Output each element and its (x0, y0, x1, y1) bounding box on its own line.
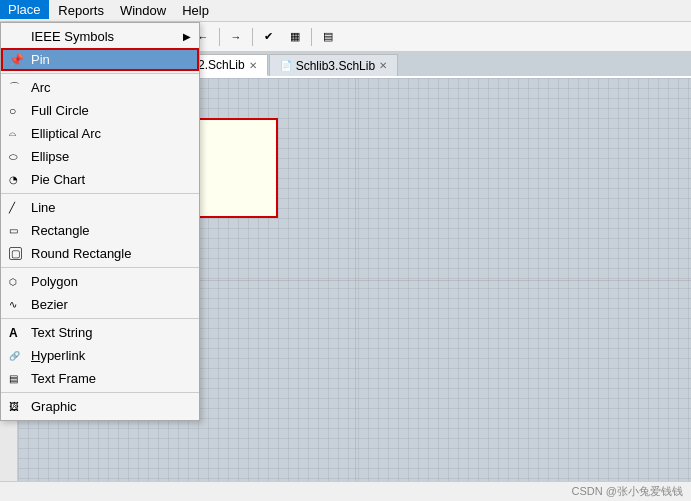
menu-separator-4 (1, 318, 199, 319)
menu-item-graphic[interactable]: 🖼 Graphic (1, 395, 199, 418)
statusbar: CSDN @张小兔爱钱钱 (0, 481, 691, 501)
menu-item-ieee[interactable]: IEEE Symbols ▶ (1, 25, 199, 48)
elliptical-arc-icon: ⌓ (9, 128, 16, 139)
menu-separator-1 (1, 73, 199, 74)
menu-item-text-string[interactable]: A Text String (1, 321, 199, 344)
round-rectangle-icon: ▢ (9, 247, 22, 260)
toolbar-sep-4 (219, 28, 220, 46)
arc-icon: ⌒ (9, 80, 20, 95)
text-frame-icon: ▤ (9, 373, 18, 384)
center-line-v (355, 78, 356, 481)
text-string-icon: A (9, 326, 18, 340)
toolbar-right-btn[interactable]: → (224, 26, 248, 48)
ellipse-icon: ⬭ (9, 151, 18, 163)
menu-item-ellipse[interactable]: ⬭ Ellipse (1, 145, 199, 168)
tab-schlib2-close[interactable]: ✕ (249, 60, 257, 71)
pie-chart-icon: ◔ (9, 174, 18, 185)
line-icon: ╱ (9, 202, 15, 213)
menubar-place[interactable]: Place (0, 0, 49, 19)
tab-schlib3-close[interactable]: ✕ (379, 60, 387, 71)
tab-schlib3[interactable]: 📄 Schlib3.SchLib ✕ (269, 54, 398, 76)
menu-item-round-rectangle[interactable]: ▢ Round Rectangle (1, 242, 199, 265)
pin-icon: 📌 (9, 53, 24, 67)
menu-item-hyperlink[interactable]: 🔗 Hyperlink (1, 344, 199, 367)
toolbar-layout-btn[interactable]: ▤ (316, 26, 340, 48)
toolbar-grid-btn[interactable]: ▦ (283, 26, 307, 48)
bezier-icon: ∿ (9, 299, 17, 310)
menu-separator-5 (1, 392, 199, 393)
graphic-icon: 🖼 (9, 401, 19, 412)
full-circle-icon: ○ (9, 104, 16, 118)
toolbar-sep-5 (252, 28, 253, 46)
menu-item-line[interactable]: ╱ Line (1, 196, 199, 219)
menubar-reports[interactable]: Reports (50, 1, 112, 20)
menu-item-text-frame[interactable]: ▤ Text Frame (1, 367, 199, 390)
rectangle-icon: ▭ (9, 225, 18, 236)
menubar-help[interactable]: Help (174, 1, 217, 20)
watermark-text: CSDN @张小兔爱钱钱 (572, 484, 683, 499)
menu-item-pin[interactable]: 📌 Pin (1, 48, 199, 71)
menu-item-rectangle[interactable]: ▭ Rectangle (1, 219, 199, 242)
tab-schlib3-icon: 📄 (280, 60, 292, 71)
menu-separator-3 (1, 267, 199, 268)
place-dropdown-menu: IEEE Symbols ▶ 📌 Pin ⌒ Arc ○ Full Circle… (0, 22, 200, 421)
toolbar-check-btn[interactable]: ✔ (257, 26, 281, 48)
menu-item-bezier[interactable]: ∿ Bezier (1, 293, 199, 316)
menu-item-pie-chart[interactable]: ◔ Pie Chart (1, 168, 199, 191)
place-menu-wrapper: Place IEEE Symbols ▶ 📌 Pin ⌒ Arc ○ Full … (0, 0, 49, 19)
menu-item-full-circle[interactable]: ○ Full Circle (1, 99, 199, 122)
menubar-window[interactable]: Window (112, 1, 174, 20)
hyperlink-icon: 🔗 (9, 351, 20, 361)
menu-item-arc[interactable]: ⌒ Arc (1, 76, 199, 99)
polygon-icon: ⬡ (9, 277, 17, 287)
menu-item-polygon[interactable]: ⬡ Polygon (1, 270, 199, 293)
menu-item-elliptical-arc[interactable]: ⌓ Elliptical Arc (1, 122, 199, 145)
menubar: Place IEEE Symbols ▶ 📌 Pin ⌒ Arc ○ Full … (0, 0, 691, 22)
submenu-arrow-icon: ▶ (183, 31, 191, 42)
toolbar-sep-6 (311, 28, 312, 46)
menu-separator-2 (1, 193, 199, 194)
